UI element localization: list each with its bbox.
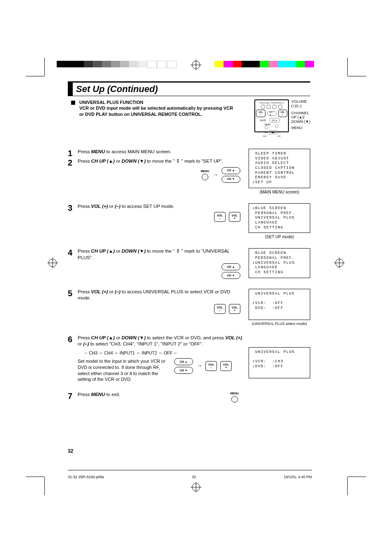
step-3-or: or (108, 204, 115, 209)
step-4: 4 Press CH UP (▲) or DOWN (▼) to move th… (68, 248, 310, 279)
step-4-number: 4 (68, 248, 78, 258)
remote-diagram: PERSONAL PREFERENCE VOL – CH ▲ VOL + MUT… (254, 99, 310, 132)
vol-plus-button: VOL+ (229, 304, 240, 314)
step-6-text-a: Press (78, 335, 91, 340)
ch-up-button: CH ▲ (221, 263, 240, 270)
osd-setup-caption: (SET UP mode) (249, 235, 310, 239)
remote-catv-label: CATV (264, 131, 268, 134)
step-4-or: or (115, 249, 122, 253)
intro-block: UNIVERSAL PLUS FUNCTION VCR or DVD input… (68, 99, 310, 132)
step-2-or: or (115, 159, 122, 164)
step-5: 5 Press VOL (+) or (–) to access UNIVERS… (68, 289, 310, 326)
step-5-or: or (108, 289, 115, 294)
section-title: Set Up (Continued) (68, 81, 310, 96)
page-number: 32 (68, 448, 73, 454)
menu-button-icon (231, 396, 238, 403)
vol-plus-button: VOL+ (229, 212, 240, 222)
arrow-icon: → (196, 362, 202, 370)
remote-personal-preference-label: PERSONAL PREFERENCE (259, 102, 284, 104)
color-bar-left (57, 61, 177, 67)
footer-file: 31-32 25R-S100.p65e (68, 475, 104, 479)
step-1-menu: MENU (91, 149, 105, 154)
step-1-2: 1 Press MENU to access MAIN MENU screen.… (68, 149, 310, 194)
remote-vcr-label: VCR (277, 135, 280, 137)
osd-main-menu: SLEEP TIMER VIDEO ADJUST AUDIO SELECT CL… (249, 149, 310, 188)
step-7-text-a: Press (78, 392, 91, 397)
step-4-chup: CH UP (▲) (91, 249, 115, 253)
step-7-menu: MENU (91, 392, 105, 397)
ch-down-button: CH ▼ (221, 272, 240, 279)
remote-mute-label: MUTE (260, 119, 266, 122)
ch-down-button: CH ▼ (174, 367, 193, 374)
osd-universal-plus-off: UNIVERSAL PLUS ⇕VCR: :OFF DVD: :OFF (249, 289, 310, 320)
registration-mark (335, 259, 344, 267)
footer: 31-32 25R-S100.p65e 32 19/1/01, 4:40 PM (68, 475, 312, 479)
ch-up-button: CH ▲ (174, 358, 193, 365)
footer-page: 32 (192, 475, 196, 479)
step-1-text-a: Press (78, 149, 91, 154)
step-3-volm: (–) (115, 204, 120, 209)
step-7-text-b: to exit. (105, 392, 120, 397)
step-2-down: DOWN (▼) (122, 159, 146, 164)
step-5-volm: (–) (115, 289, 120, 294)
remote-tv-label: TV (277, 131, 279, 134)
step-6-chup: CH UP (▲) (91, 335, 115, 340)
step-6: 6 Press CH UP (▲) or DOWN (▼) to select … (68, 335, 310, 383)
bullet-icon (71, 101, 75, 105)
step-6-number: 6 (68, 335, 78, 344)
menu-button-label: MENU (230, 391, 239, 395)
step-6-or: or (115, 335, 122, 340)
step-6-text-b: to select the VCR or DVD, and press (145, 335, 225, 340)
step-5-text-a: Press (78, 289, 91, 294)
intro-heading: UNIVERSAL PLUS FUNCTION (79, 99, 235, 105)
arrow-icon: → (212, 171, 218, 179)
step-3-volp: VOL (+) (91, 204, 108, 209)
remote-vol-plus: VOL + (278, 110, 287, 117)
footer-date: 19/1/01, 4:40 PM (284, 475, 312, 479)
remote-ch-up: CH ▲ (267, 111, 277, 116)
ch-down-button: CH ▼ (221, 176, 240, 183)
step-6-down: DOWN (▼) (122, 335, 146, 340)
step-6-note: Set model to the input in which your VCR… (78, 358, 170, 382)
vol-minus-button: VOL– (205, 361, 217, 371)
step-2-text-b: to move the " ⇕ " mark to "SET UP". (145, 159, 223, 164)
step-6-cycle: → CH3 ↔ CH4 ↔ INPUT1 ↔ INPUT2 ↔ OFF ← (83, 350, 244, 356)
osd-universal-plus-ch3: UNIVERSAL PLUS ⇕VCR: :CH3 ↕DVD: :OFF (249, 347, 310, 378)
step-1-number: 1 (68, 149, 78, 158)
step-6-text-c: to select "CH3, CH4", "INPUT 1", "INPUT … (89, 341, 203, 346)
step-6-volp: VOL (+) (225, 335, 242, 340)
registration-mark (192, 61, 200, 69)
step-3-number: 3 (68, 203, 78, 213)
remote-vol-minus: VOL – (256, 110, 265, 117)
step-5-number: 5 (68, 289, 78, 298)
vol-minus-button: VOL– (214, 212, 226, 222)
step-4-down: DOWN (▼) (122, 249, 146, 253)
menu-button-label: MENU (201, 169, 209, 173)
registration-mark (192, 483, 200, 491)
vol-plus-button: VOL+ (220, 361, 232, 371)
remote-menu-label: MENU (265, 123, 271, 126)
step-2-text-a: Press (78, 159, 91, 164)
color-bar-right (214, 61, 314, 67)
label-volume: VOLUME (291, 99, 310, 104)
step-7: 7 Press MENU to exit. MENU (68, 391, 310, 402)
step-6-volm: (–) (83, 341, 89, 346)
registration-mark (48, 259, 57, 267)
step-2-chup: CH UP (▲) (91, 159, 115, 164)
step-3-text-b: to access SET UP mode. (120, 204, 174, 209)
osd-main-menu-caption: (MAIN MENU screen) (249, 190, 310, 194)
page-content: Set Up (Continued) UNIVERSAL PLUS FUNCTI… (68, 81, 310, 403)
step-3-text-a: Press (78, 204, 91, 209)
label-volsign: (+)/(–) (291, 104, 310, 108)
step-4-text-a: Press (78, 249, 91, 253)
label-updown: UP (▲)/ DOWN (▼) (291, 115, 310, 124)
menu-button-icon (202, 174, 208, 180)
ch-up-button: CH ▲ (221, 167, 240, 174)
step-2-number: 2 (68, 158, 78, 183)
footer-rule (68, 470, 312, 470)
remote-dvd-label: DVD (263, 135, 266, 137)
vol-minus-button: VOL– (214, 304, 226, 314)
step-3: 3 Press VOL (+) or (–) to access SET UP … (68, 203, 310, 239)
osd-universal-plus-off-caption: (UNIVERSAL PLUS select mode) (249, 322, 310, 326)
step-1-text-b: to access MAIN MENU screen. (105, 149, 171, 154)
